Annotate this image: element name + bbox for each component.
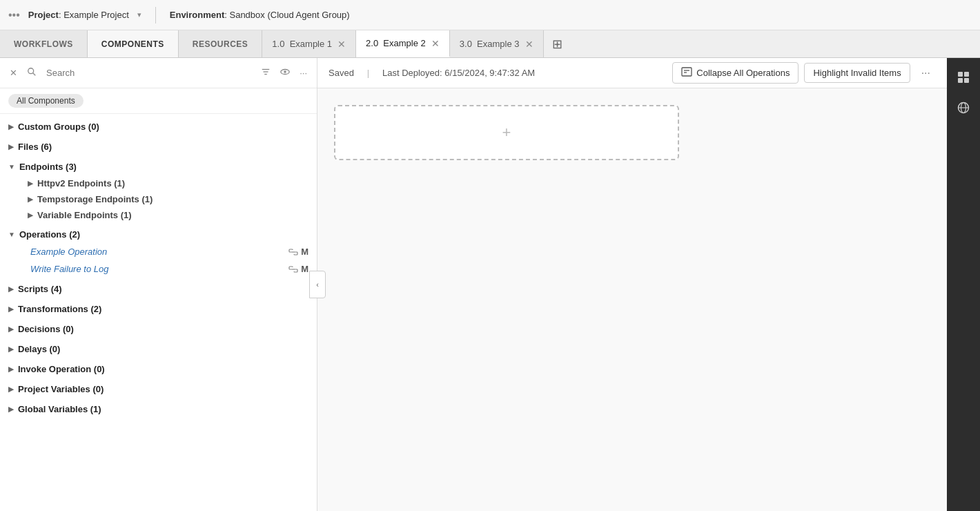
- all-components-badge[interactable]: All Components: [8, 94, 84, 108]
- tab-resources[interactable]: RESOURCES: [179, 30, 263, 57]
- section-scripts: ▶ Scripts (4): [0, 279, 317, 299]
- last-deployed-value: 6/15/2024, 9:47:32 AM: [444, 68, 535, 78]
- tab-workflows[interactable]: WORKFLOWS: [0, 30, 88, 57]
- write-failure-badge: M: [301, 264, 308, 274]
- sidebar-tree: ▶ Custom Groups (0) ▶ Files (6) ▼ Endpoi…: [0, 114, 317, 511]
- section-operations-header[interactable]: ▼ Operations (2): [0, 226, 317, 243]
- link-icon-2: [288, 266, 298, 273]
- caret-endpoints: ▼: [8, 163, 15, 171]
- caret-invoke-operation: ▶: [8, 365, 14, 373]
- section-tempstorage-header[interactable]: ▶ Tempstorage Endpoints (1): [19, 191, 317, 207]
- section-tempstorage-label: Tempstorage Endpoints (1): [37, 194, 153, 204]
- highlight-invalid-button[interactable]: Highlight Invalid Items: [804, 63, 910, 83]
- section-delays: ▶ Delays (0): [0, 339, 317, 359]
- caret-scripts: ▶: [8, 285, 14, 293]
- search-input[interactable]: [43, 65, 254, 81]
- caret-variable: ▶: [28, 211, 33, 219]
- add-tab-button[interactable]: ⊞: [544, 30, 571, 57]
- endpoints-children: ▶ Httpv2 Endpoints (1) ▶ Tempstorage End…: [0, 175, 317, 223]
- canvas-content: +: [317, 88, 947, 511]
- tab-example2-close[interactable]: ✕: [431, 39, 440, 48]
- tab-example1[interactable]: 1.0 Example 1 ✕: [262, 30, 356, 57]
- caret-project-variables: ▶: [8, 385, 14, 393]
- section-httpv2-header[interactable]: ▶ Httpv2 Endpoints (1): [19, 175, 317, 191]
- caret-decisions: ▶: [8, 325, 14, 333]
- environment-label: Environment: Sandbox (Cloud Agent Group): [170, 10, 350, 20]
- search-icon[interactable]: [24, 64, 39, 81]
- section-global-variables-header[interactable]: ▶ Global Variables (1): [0, 401, 317, 418]
- section-custom-groups-header[interactable]: ▶ Custom Groups (0): [0, 118, 317, 135]
- section-operations-label: Operations (2): [19, 229, 80, 240]
- caret-tempstorage: ▶: [28, 195, 33, 203]
- tab-components[interactable]: COMPONENTS: [88, 30, 179, 57]
- svg-rect-14: [958, 78, 963, 83]
- svg-rect-9: [682, 68, 692, 76]
- section-scripts-label: Scripts (4): [18, 284, 62, 294]
- saved-label: Saved: [329, 68, 354, 78]
- grid-view-icon[interactable]: [950, 64, 977, 91]
- top-bar: ••• Project: Example Project ▾ Environme…: [0, 0, 980, 30]
- tab-example1-label: 1.0 Example 1: [272, 39, 332, 49]
- project-caret[interactable]: ▾: [137, 10, 141, 19]
- filter-icon[interactable]: [258, 64, 273, 81]
- tab-example3-close[interactable]: ✕: [525, 39, 533, 49]
- section-transformations-header[interactable]: ▶ Transformations (2): [0, 300, 317, 318]
- tab-example1-close[interactable]: ✕: [337, 39, 346, 49]
- tab-bar: WORKFLOWS COMPONENTS RESOURCES 1.0 Examp…: [0, 30, 980, 58]
- section-files-header[interactable]: ▶ Files (6): [0, 138, 317, 155]
- section-invoke-operation-label: Invoke Operation (0): [18, 364, 105, 374]
- canvas-toolbar: Saved | Last Deployed: 6/15/2024, 9:47:3…: [317, 58, 947, 88]
- example-operation-label: Example Operation: [30, 247, 288, 257]
- drop-zone-icon: +: [502, 124, 511, 142]
- example-operation-badge: M: [301, 247, 308, 257]
- operations-children: Example Operation M Write Failure to Log…: [0, 243, 317, 278]
- write-failure-icons: M: [288, 264, 308, 274]
- section-decisions: ▶ Decisions (0): [0, 319, 317, 339]
- collapse-icon: [681, 67, 692, 79]
- sidebar: ✕ ··· All Components ▶ Custom Groups: [0, 58, 317, 511]
- caret-delays: ▶: [8, 345, 14, 353]
- section-files-label: Files (6): [18, 142, 52, 152]
- section-project-variables-header[interactable]: ▶ Project Variables (0): [0, 380, 317, 398]
- sidebar-collapse-button[interactable]: ‹: [309, 271, 326, 298]
- section-project-variables: ▶ Project Variables (0): [0, 379, 317, 399]
- section-variable-header[interactable]: ▶ Variable Endpoints (1): [19, 207, 317, 223]
- list-item-write-failure[interactable]: Write Failure to Log M: [19, 260, 317, 278]
- list-item-example-operation[interactable]: Example Operation M: [19, 243, 317, 260]
- section-decisions-header[interactable]: ▶ Decisions (0): [0, 320, 317, 338]
- svg-rect-13: [964, 72, 969, 77]
- section-global-variables: ▶ Global Variables (1): [0, 399, 317, 419]
- caret-global-variables: ▶: [8, 405, 14, 413]
- drop-zone[interactable]: +: [334, 105, 679, 160]
- section-endpoints-label: Endpoints (3): [19, 162, 77, 172]
- right-sidebar: [947, 58, 980, 511]
- tab-example3[interactable]: 3.0 Example 3 ✕: [450, 30, 544, 57]
- section-custom-groups-label: Custom Groups (0): [18, 122, 99, 132]
- section-decisions-label: Decisions (0): [18, 324, 74, 334]
- svg-point-0: [28, 68, 34, 74]
- tab-example2-label: 2.0 Example 2: [366, 38, 426, 48]
- section-custom-groups: ▶ Custom Groups (0): [0, 117, 317, 137]
- canvas-toolbar-actions: Collapse All Operations Highlight Invali…: [672, 62, 936, 84]
- globe-icon[interactable]: [950, 94, 977, 122]
- visibility-icon[interactable]: [277, 64, 293, 81]
- canvas-more-button[interactable]: ···: [916, 64, 936, 82]
- link-icon: [288, 249, 298, 256]
- section-transformations-label: Transformations (2): [18, 304, 101, 314]
- section-delays-header[interactable]: ▶ Delays (0): [0, 340, 317, 358]
- collapse-all-label: Collapse All Operations: [696, 68, 790, 78]
- tab-example2[interactable]: 2.0 Example 2 ✕: [356, 30, 450, 57]
- more-icon[interactable]: ···: [297, 65, 310, 81]
- caret-operations: ▼: [8, 231, 15, 238]
- section-global-variables-label: Global Variables (1): [18, 404, 101, 414]
- section-scripts-header[interactable]: ▶ Scripts (4): [0, 280, 317, 298]
- section-endpoints-header[interactable]: ▼ Endpoints (3): [0, 158, 317, 175]
- collapse-all-operations-button[interactable]: Collapse All Operations: [672, 62, 798, 84]
- section-httpv2-label: Httpv2 Endpoints (1): [37, 178, 125, 189]
- top-bar-divider: [155, 7, 156, 23]
- menu-dots[interactable]: •••: [8, 9, 20, 21]
- section-invoke-operation-header[interactable]: ▶ Invoke Operation (0): [0, 360, 317, 378]
- section-delays-label: Delays (0): [18, 344, 60, 354]
- close-sidebar-icon[interactable]: ✕: [7, 65, 20, 81]
- write-failure-label: Write Failure to Log: [30, 264, 288, 274]
